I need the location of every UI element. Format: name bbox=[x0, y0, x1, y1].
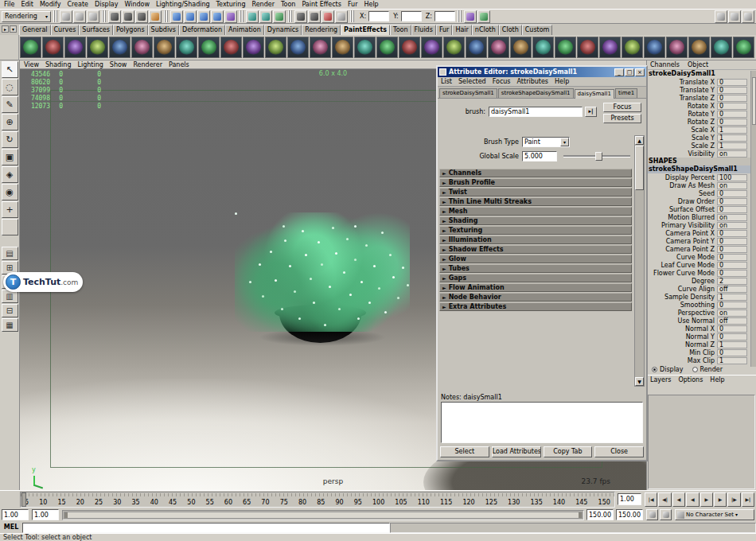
shelf-tab[interactable]: Dynamics bbox=[264, 25, 302, 35]
ae-section-header[interactable]: Texturing bbox=[439, 226, 632, 235]
paint-brush-icon[interactable] bbox=[644, 37, 665, 58]
shelf-tab[interactable]: Rendering bbox=[302, 25, 341, 35]
channel-attr-value[interactable]: 1 bbox=[717, 134, 747, 142]
paint-brush-icon[interactable] bbox=[711, 37, 732, 58]
go-to-start-button[interactable] bbox=[645, 492, 657, 507]
scroll-thumb[interactable] bbox=[635, 146, 644, 190]
snap-to-view-plane-icon[interactable] bbox=[224, 10, 237, 23]
auto-keyframe-icon[interactable] bbox=[646, 509, 658, 520]
channel-attr-value[interactable]: off bbox=[717, 317, 747, 325]
channel-box-menu-item[interactable]: Object bbox=[688, 61, 708, 68]
channel-attr-value[interactable]: 0 bbox=[717, 79, 747, 86]
menu-item[interactable]: Lighting/Shading bbox=[156, 1, 210, 8]
display-radio[interactable] bbox=[652, 367, 657, 372]
ae-section-header[interactable]: Extra Attributes bbox=[439, 302, 632, 311]
channel-attr-value[interactable]: 100 bbox=[717, 174, 747, 181]
section-grip[interactable] bbox=[53, 10, 57, 22]
shelf-tab[interactable]: General bbox=[19, 25, 51, 35]
channel-attr-value[interactable]: 0 bbox=[717, 325, 747, 333]
channel-attr-value[interactable]: on bbox=[717, 222, 747, 229]
shelf-tab[interactable]: Fur bbox=[436, 25, 453, 35]
show-tool-settings-icon[interactable] bbox=[728, 10, 741, 23]
focus-arrow-icon[interactable] bbox=[585, 107, 597, 117]
ae-section-header[interactable]: Tubes bbox=[439, 264, 632, 273]
last-tool-button[interactable] bbox=[2, 219, 18, 235]
paint-brush-icon[interactable] bbox=[733, 37, 754, 58]
ae-section-header[interactable]: Illumination bbox=[439, 235, 632, 244]
channel-shape-node-name[interactable]: strokeShapeDaisySmall1 bbox=[647, 165, 756, 173]
channel-node-name[interactable]: strokeDaisySmall1 bbox=[647, 70, 756, 78]
character-set-selector[interactable]: No Character Set bbox=[675, 509, 754, 520]
shelf-tab[interactable]: Hair bbox=[452, 25, 471, 35]
step-back-frame-button[interactable] bbox=[672, 492, 685, 507]
channel-attr-value[interactable]: 1 bbox=[717, 357, 747, 364]
highlight-selection-icon[interactable] bbox=[149, 10, 162, 23]
paint-brush-icon[interactable] bbox=[265, 37, 286, 58]
channel-attr-value[interactable]: 0 bbox=[717, 87, 747, 94]
global-scale-field[interactable] bbox=[522, 151, 557, 162]
ae-menu-item[interactable]: List bbox=[441, 78, 452, 85]
x-coordinate-input[interactable] bbox=[368, 11, 389, 21]
channel-attr-value[interactable]: 1 bbox=[717, 294, 747, 301]
paint-brush-icon[interactable] bbox=[64, 37, 86, 58]
ae-section-header[interactable]: Brush Profile bbox=[439, 178, 632, 187]
menu-item[interactable]: Help bbox=[364, 1, 378, 8]
scroll-up-icon[interactable] bbox=[635, 136, 644, 145]
move-tool-button[interactable] bbox=[2, 114, 18, 130]
output-connections-icon[interactable] bbox=[259, 10, 272, 23]
paint-effects-panel-icon[interactable] bbox=[464, 10, 477, 23]
scroll-down-icon[interactable] bbox=[635, 377, 644, 386]
channel-attr-value[interactable]: 1 bbox=[717, 341, 747, 348]
paint-brush-icon[interactable] bbox=[287, 37, 309, 58]
paint-brush-icon[interactable] bbox=[42, 37, 64, 58]
go-to-end-button[interactable] bbox=[742, 492, 754, 507]
select-by-hierarchy-icon[interactable] bbox=[108, 10, 121, 23]
channel-attr-value[interactable]: 0 bbox=[717, 270, 747, 277]
channel-attr-value[interactable]: 0 bbox=[717, 333, 747, 341]
current-frame-marker[interactable] bbox=[21, 492, 26, 507]
paint-brush-icon[interactable] bbox=[488, 37, 509, 58]
ae-menu-item[interactable]: Selected bbox=[458, 78, 486, 85]
brush-name-field[interactable] bbox=[489, 107, 583, 117]
channel-attr-value[interactable]: on bbox=[717, 182, 747, 189]
paint-brush-icon[interactable] bbox=[354, 37, 376, 58]
timeline-track[interactable]: 5101520253035404550556065707580859095100… bbox=[20, 492, 615, 508]
channel-attr-value[interactable]: 0 bbox=[717, 198, 747, 205]
paint-brush-icon[interactable] bbox=[87, 37, 108, 58]
channel-attr-value[interactable]: 0 bbox=[717, 103, 747, 110]
focus-button[interactable]: Focus bbox=[603, 103, 641, 112]
ae-action-button[interactable]: Copy Tab bbox=[544, 446, 593, 457]
channel-attr-value[interactable]: 0 bbox=[717, 95, 747, 102]
two-pane-stacked-layout-button[interactable] bbox=[2, 304, 18, 317]
paint-brush-icon[interactable] bbox=[399, 37, 420, 58]
paint-brush-icon[interactable] bbox=[332, 37, 353, 58]
paint-brush-icon[interactable] bbox=[421, 37, 442, 58]
channel-attr-value[interactable]: 0 bbox=[717, 254, 747, 261]
hypergraph-layout-button[interactable] bbox=[2, 318, 18, 332]
save-scene-icon[interactable] bbox=[87, 10, 99, 23]
channel-attr-value[interactable]: 0 bbox=[717, 111, 747, 118]
channel-attr-value[interactable]: 0 bbox=[717, 238, 747, 245]
construction-history-icon[interactable] bbox=[273, 10, 286, 23]
channel-attr-value[interactable]: 0 bbox=[717, 119, 747, 126]
panel-menu-item[interactable]: Renderer bbox=[133, 61, 162, 68]
ae-node-tab[interactable]: time1 bbox=[615, 88, 637, 98]
channel-attr-value[interactable]: on bbox=[717, 214, 747, 221]
ipr-render-icon[interactable] bbox=[321, 10, 334, 23]
section-grip[interactable] bbox=[458, 10, 462, 22]
menu-item[interactable]: Create bbox=[67, 1, 88, 8]
menu-item[interactable]: File bbox=[4, 1, 14, 8]
animation-end-field[interactable] bbox=[616, 509, 643, 520]
paint-brush-icon[interactable] bbox=[131, 37, 153, 58]
channel-attr-value[interactable]: 1 bbox=[717, 142, 747, 150]
ae-scrollbar[interactable] bbox=[634, 135, 645, 387]
shelf-tab[interactable]: Polygons bbox=[113, 25, 148, 35]
layer-menu-item[interactable]: Help bbox=[710, 376, 724, 383]
channel-attr-value[interactable]: 0 bbox=[717, 302, 747, 309]
z-coordinate-input[interactable] bbox=[435, 11, 455, 21]
paint-brush-icon[interactable] bbox=[198, 37, 220, 58]
animation-start-field[interactable] bbox=[2, 509, 29, 520]
menu-set-selector[interactable]: Rendering ▾ bbox=[2, 11, 51, 22]
shelf-tab[interactable]: Surfaces bbox=[79, 25, 113, 35]
select-tool-button[interactable] bbox=[2, 61, 18, 78]
